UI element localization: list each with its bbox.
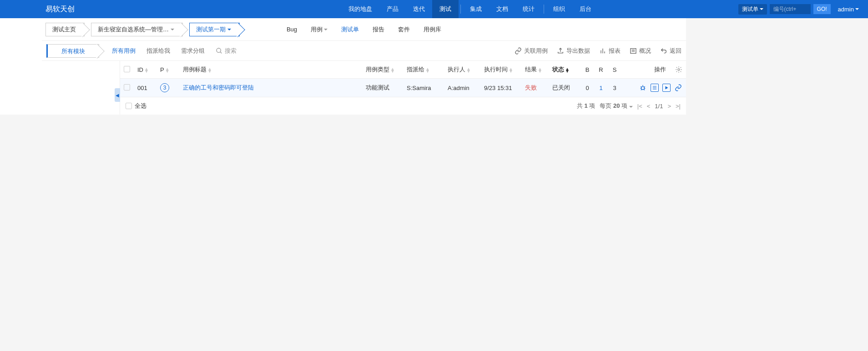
search-type-label: 测试单 bbox=[742, 5, 758, 13]
topbar: 易软天创 我的地盘 产品 迭代 测试 集成 文档 统计 组织 后台 测试单 GO… bbox=[0, 0, 868, 18]
svg-line-1 bbox=[220, 52, 222, 53]
action-list-icon[interactable] bbox=[651, 84, 659, 92]
filter-tabs: 所有用例 指派给我 需求分组 搜索 bbox=[112, 47, 237, 55]
cell-r[interactable]: 1 bbox=[599, 85, 602, 91]
caret-down-icon bbox=[629, 106, 633, 108]
cell-s: 3 bbox=[608, 79, 621, 97]
filter-assigned-to-me[interactable]: 指派给我 bbox=[146, 47, 170, 55]
action-back[interactable]: 返回 bbox=[660, 47, 681, 55]
svg-line-11 bbox=[641, 86, 641, 87]
filter-by-story[interactable]: 需求分组 bbox=[181, 47, 205, 55]
action-report[interactable]: 报表 bbox=[599, 47, 621, 55]
checkbox-row[interactable] bbox=[124, 84, 130, 90]
col-type[interactable]: 用例类型▲▼ bbox=[362, 61, 403, 79]
pager-perpage[interactable]: 每页 20 项 bbox=[600, 102, 632, 110]
breadcrumb-row: 测试主页 新生寝室自选系统—管理… 测试第一期 Bug 用例 测试单 报告 套件… bbox=[42, 18, 686, 41]
caret-down-icon bbox=[171, 29, 174, 30]
action-bug-icon[interactable] bbox=[639, 84, 647, 92]
table-footer: 全选 共 1 项 每页 20 项 |< < 1/1 > >| bbox=[120, 97, 686, 115]
subnav-suite[interactable]: 套件 bbox=[398, 25, 410, 34]
pager-prev[interactable]: < bbox=[647, 103, 651, 110]
pager-first[interactable]: |< bbox=[637, 103, 642, 110]
cell-exectime: 9/23 15:31 bbox=[480, 79, 521, 97]
topnav-item-iteration[interactable]: 迭代 bbox=[406, 0, 432, 18]
col-status[interactable]: 状态▲▼ bbox=[549, 61, 580, 79]
pager-next[interactable]: > bbox=[667, 103, 671, 110]
pager-total: 共 1 项 bbox=[577, 102, 595, 110]
module-sidebar bbox=[42, 61, 120, 115]
col-assigned[interactable]: 指派给▲▼ bbox=[403, 61, 444, 79]
export-icon bbox=[557, 47, 564, 55]
col-title[interactable]: 用例标题▲▼ bbox=[179, 61, 362, 79]
col-priority[interactable]: P▲▼ bbox=[156, 61, 179, 79]
topnav-item-test[interactable]: 测试 bbox=[432, 0, 459, 18]
topnav-item-product[interactable]: 产品 bbox=[379, 0, 406, 18]
filter-search[interactable]: 搜索 bbox=[216, 47, 237, 55]
topnav-item-docs[interactable]: 文档 bbox=[489, 0, 515, 18]
action-export[interactable]: 导出数据 bbox=[557, 47, 590, 55]
subnav-caselib[interactable]: 用例库 bbox=[424, 25, 441, 34]
link-icon bbox=[515, 47, 522, 55]
col-r[interactable]: R bbox=[594, 61, 608, 79]
col-s[interactable]: S bbox=[608, 61, 621, 79]
table-row[interactable]: 001 3 正确的工号和密码即可登陆 功能测试 S:Samira A:admin… bbox=[120, 79, 686, 97]
col-exectime[interactable]: 执行时间▲▼ bbox=[480, 61, 521, 79]
brand: 易软天创 bbox=[45, 5, 75, 14]
action-run-icon[interactable] bbox=[662, 84, 671, 92]
checkbox-all[interactable] bbox=[124, 66, 130, 72]
cell-assigned: S:Samira bbox=[403, 79, 444, 97]
checkbox-select-all[interactable] bbox=[126, 103, 132, 109]
svg-line-16 bbox=[644, 89, 645, 90]
user-menu[interactable]: admin bbox=[838, 6, 859, 13]
action-overview[interactable]: 概况 bbox=[630, 47, 651, 55]
user-name: admin bbox=[838, 6, 854, 13]
sidebar-item-empty[interactable] bbox=[42, 63, 120, 68]
module-tab-all[interactable]: 所有模块 bbox=[46, 44, 99, 58]
col-id[interactable]: ID▲▼ bbox=[134, 61, 156, 79]
topnav-item-integration[interactable]: 集成 bbox=[463, 0, 489, 18]
main: ◀ ID▲▼ P▲▼ 用例标题▲▼ 用例类型▲▼ 指派给▲▼ 执行人▲▼ 执行时… bbox=[42, 61, 686, 115]
topnav-item-dashboard[interactable]: 我的地盘 bbox=[341, 0, 379, 18]
col-result[interactable]: 结果▲▼ bbox=[521, 61, 549, 79]
sidebar-collapse-handle[interactable]: ◀ bbox=[115, 88, 120, 102]
col-settings[interactable] bbox=[671, 61, 686, 79]
breadcrumb: 测试主页 新生寝室自选系统—管理… 测试第一期 bbox=[45, 23, 246, 36]
table-header-row: ID▲▼ P▲▼ 用例标题▲▼ 用例类型▲▼ 指派给▲▼ 执行人▲▼ 执行时间▲… bbox=[120, 61, 686, 79]
pager-last[interactable]: >| bbox=[676, 103, 681, 110]
svg-point-8 bbox=[678, 69, 680, 70]
gear-icon bbox=[675, 66, 682, 73]
topnav-right: 测试单 GO! admin bbox=[738, 4, 859, 15]
breadcrumb-test-home[interactable]: 测试主页 bbox=[45, 23, 85, 36]
pager-page: 1/1 bbox=[655, 103, 663, 110]
action-unlink-icon[interactable] bbox=[674, 84, 682, 92]
cell-status: 已关闭 bbox=[549, 79, 580, 97]
topnav-item-org[interactable]: 组织 bbox=[546, 0, 572, 18]
breadcrumb-phase[interactable]: 测试第一期 bbox=[189, 23, 240, 36]
subnav: Bug 用例 测试单 报告 套件 用例库 bbox=[287, 25, 441, 34]
toolbar: 所有模块 所有用例 指派给我 需求分组 搜索 关联用例 导出数据 报表 bbox=[42, 41, 686, 61]
module-tabs: 所有模块 bbox=[46, 44, 99, 58]
action-link-case[interactable]: 关联用例 bbox=[515, 47, 548, 55]
search-type-dropdown[interactable]: 测试单 bbox=[738, 4, 767, 15]
subnav-report[interactable]: 报告 bbox=[373, 25, 384, 34]
topnav-item-stats[interactable]: 统计 bbox=[515, 0, 542, 18]
breadcrumb-product[interactable]: 新生寝室自选系统—管理… bbox=[91, 23, 183, 36]
case-title-link[interactable]: 正确的工号和密码即可登陆 bbox=[183, 84, 254, 91]
cell-type: 功能测试 bbox=[362, 79, 403, 97]
subnav-bug[interactable]: Bug bbox=[287, 25, 297, 34]
col-executor[interactable]: 执行人▲▼ bbox=[444, 61, 480, 79]
col-b[interactable]: B bbox=[580, 61, 594, 79]
cell-id: 001 bbox=[134, 79, 156, 97]
subnav-testorder[interactable]: 测试单 bbox=[341, 25, 359, 34]
pager: 共 1 项 每页 20 项 |< < 1/1 > >| bbox=[577, 102, 681, 110]
go-button[interactable]: GO! bbox=[813, 4, 831, 14]
topnav-item-admin[interactable]: 后台 bbox=[572, 0, 599, 18]
search-icon bbox=[216, 47, 223, 55]
search-input[interactable] bbox=[770, 4, 811, 14]
filter-all-cases[interactable]: 所有用例 bbox=[112, 47, 136, 55]
caret-down-icon bbox=[760, 8, 763, 10]
svg-marker-20 bbox=[666, 86, 668, 90]
subnav-case[interactable]: 用例 bbox=[311, 25, 328, 34]
select-all[interactable]: 全选 bbox=[126, 102, 146, 110]
cell-executor: A:admin bbox=[444, 79, 480, 97]
